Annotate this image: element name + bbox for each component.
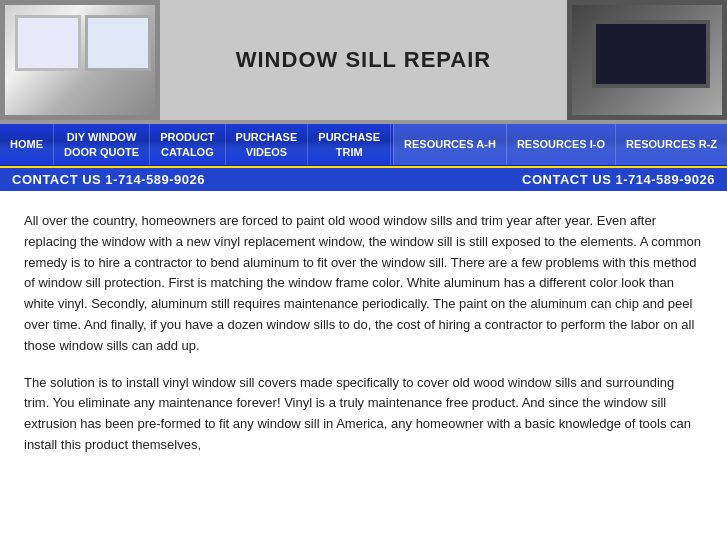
window-image-right (572, 5, 722, 115)
nav-diy-window-door-quote[interactable]: DIY WINDOWDOOR QUOTE (54, 124, 150, 165)
nav-resources-rz[interactable]: Resources R-Z (615, 124, 727, 165)
header-image-right (567, 0, 727, 120)
nav-purchase-videos[interactable]: PURCHASEVIDEOS (226, 124, 309, 165)
nav-product-catalog[interactable]: PRODUCTCATALOG (150, 124, 225, 165)
contact-bar: CONTACT US 1-714-589-9026 CONTACT US 1-7… (0, 166, 727, 191)
navigation-bar: HOME DIY WINDOWDOOR QUOTE PRODUCTCATALOG… (0, 124, 727, 166)
header-image-left (0, 0, 160, 120)
contact-left[interactable]: CONTACT US 1-714-589-9026 (12, 172, 205, 187)
nav-resources-ah[interactable]: Resources A-H (393, 124, 506, 165)
window-image-left (5, 5, 155, 115)
header-section: WINDOW SILL REPAIR (0, 0, 727, 120)
content-paragraph-2: The solution is to install vinyl window … (24, 373, 703, 456)
nav-right-group: Resources A-H Resources I-O Resources R-… (393, 124, 727, 165)
nav-resources-io[interactable]: Resources I-O (506, 124, 615, 165)
nav-purchase-trim[interactable]: PURCHASETRIM (308, 124, 391, 165)
page-title: WINDOW SILL REPAIR (160, 47, 567, 73)
main-content: All over the country, homeowners are for… (0, 191, 727, 476)
nav-home[interactable]: HOME (0, 124, 54, 165)
contact-right[interactable]: CONTACT US 1-714-589-9026 (522, 172, 715, 187)
content-paragraph-1: All over the country, homeowners are for… (24, 211, 703, 357)
